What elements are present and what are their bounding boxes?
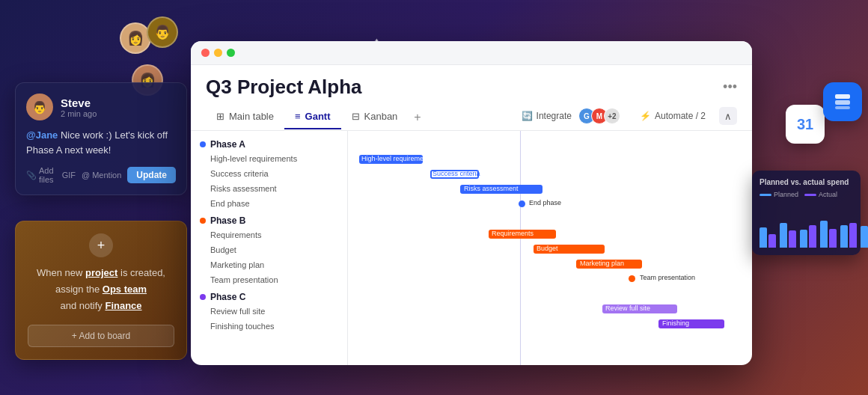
bar-hlr-label: High-level requirements [361, 155, 433, 162]
task-row: Budget [191, 243, 347, 258]
tab-gantt[interactable]: ≡ Gantt [284, 106, 341, 129]
phase-b-header: Phase B [191, 213, 347, 228]
gif-btn[interactable]: GIF [62, 171, 76, 180]
bar-group-6 [861, 226, 868, 248]
gantt-window: Q3 Project Alpha ••• ⊞ Main table ≡ Gant… [191, 41, 752, 365]
phase-a-label: Phase A [210, 139, 245, 150]
integrate-label: Integrate [537, 111, 572, 121]
bar-group-5 [840, 223, 857, 248]
svg-rect-2 [835, 106, 850, 109]
bar-group-2 [780, 223, 796, 248]
add-to-board-button[interactable]: + Add to board [28, 325, 174, 347]
chat-message: @Jane Nice work :) Let's kick off Phase … [26, 128, 176, 157]
mention-btn[interactable]: @ Mention [82, 171, 121, 180]
tab-main-table[interactable]: ⊞ Main table [206, 106, 284, 129]
planned-bar-3 [800, 230, 807, 248]
tab-kanban-label: Kanban [364, 111, 398, 122]
gantt-icon: ≡ [295, 111, 301, 122]
actual-bar-1 [768, 234, 776, 248]
planned-bar-1 [760, 227, 767, 248]
maximize-dot[interactable] [227, 49, 235, 57]
sync-icon: 🔄 [522, 111, 533, 121]
table-icon: ⊞ [216, 111, 224, 122]
add-files-label: Add files [39, 166, 56, 184]
gantt-content: Phase A High-level requirements Success … [191, 131, 752, 365]
chat-username: Steve [61, 97, 97, 109]
chart-row-mp: Marketing plan [348, 257, 752, 272]
chart-row-tp: Team presentation [348, 272, 752, 287]
collapse-button[interactable]: ∧ [719, 107, 737, 125]
stackby-icon [832, 91, 853, 112]
chart-phase-b-header [348, 212, 752, 227]
chart-row-bud: Budget [348, 242, 752, 257]
bar-ep-label: End phase [529, 199, 561, 206]
lightning-icon: ⚡ [640, 111, 651, 121]
automate-button[interactable]: ⚡ Automate / 2 [634, 108, 712, 124]
milestone-tp [627, 274, 637, 284]
task-row: High-level requirements [191, 152, 347, 167]
avatar-2: 👨 [147, 16, 178, 48]
avatar-1: 👩 [120, 22, 151, 54]
automate-label: Automate / 2 [655, 111, 706, 121]
milestone-ep [517, 199, 527, 209]
automation-link-ops[interactable]: Ops team [103, 284, 147, 295]
svg-rect-0 [835, 94, 850, 99]
task-row: Review full site [191, 304, 347, 319]
chat-avatar: 👨 [26, 94, 53, 120]
bar-tp-label: Team presentation [640, 274, 695, 281]
chart-row-req: Requirements [348, 227, 752, 242]
page-title: Q3 Project Alpha [206, 76, 362, 99]
avatar-count: +2 [604, 108, 620, 124]
svg-rect-1 [835, 100, 850, 105]
chart-phase-c-header [348, 287, 752, 301]
chart-row-ft: Finishing [348, 316, 752, 331]
chat-toolbar: 📎 Add files GIF @ Mention Update [26, 166, 176, 184]
avatar-stack: G M +2 [575, 108, 620, 124]
chart-row-rfs: Review full site [348, 301, 752, 316]
kanban-icon: ⊟ [352, 111, 360, 122]
google-calendar-badge: 31 [786, 105, 825, 144]
actual-bar-3 [809, 225, 816, 248]
task-row: Marketing plan [191, 258, 347, 273]
task-row: End phase [191, 197, 347, 212]
add-files-btn[interactable]: 📎 Add files [26, 166, 56, 184]
phase-a-group: Phase A High-level requirements Success … [191, 137, 347, 212]
close-dot[interactable] [201, 49, 210, 57]
legend-actual: Actual [804, 191, 837, 198]
automation-link-finance[interactable]: Finance [105, 300, 141, 311]
legend-actual-label: Actual [819, 191, 837, 198]
bar-group-4 [820, 221, 837, 248]
legend-planned-label: Planned [774, 191, 798, 198]
planned-bar-4 [820, 221, 828, 248]
update-button[interactable]: Update [127, 167, 176, 183]
planned-bar-2 [780, 223, 787, 248]
bar-req-label: Requirements [492, 230, 534, 237]
chat-card: 👨 Steve 2 min ago @Jane Nice work :) Let… [15, 82, 187, 195]
integrate-button[interactable]: 🔄 Integrate G M +2 [516, 105, 626, 127]
chat-mention: @Jane [26, 129, 58, 141]
stackby-badge [823, 82, 862, 121]
spend-legend: Planned Actual [760, 191, 853, 198]
phase-a-header: Phase A [191, 137, 347, 152]
add-tab-button[interactable]: + [408, 106, 427, 129]
minimize-dot[interactable] [214, 49, 222, 57]
bar-group-3 [800, 225, 816, 248]
automation-description: When new project is created, assign the … [28, 265, 174, 314]
actual-bar-4 [829, 229, 837, 248]
phase-c-dot [200, 294, 206, 300]
tab-kanban[interactable]: ⊟ Kanban [341, 106, 409, 129]
actual-bar-2 [789, 230, 796, 248]
chart-row-ep: End phase [348, 197, 752, 212]
chart-phase-a-header [348, 137, 752, 152]
task-row: Finishing touches [191, 319, 347, 334]
legend-planned: Planned [760, 191, 798, 198]
phase-b-label: Phase B [210, 215, 245, 226]
automation-link-project[interactable]: project [85, 267, 117, 278]
planned-bar-5 [840, 225, 848, 248]
chart-row-hlr: High-level requirements [348, 152, 752, 167]
actual-bar-5 [849, 223, 857, 248]
plus-icon: + [89, 233, 113, 257]
bar-sc-label: Success criteria [433, 170, 480, 177]
chat-header: 👨 Steve 2 min ago [26, 94, 176, 120]
menu-dots[interactable]: ••• [723, 79, 737, 95]
